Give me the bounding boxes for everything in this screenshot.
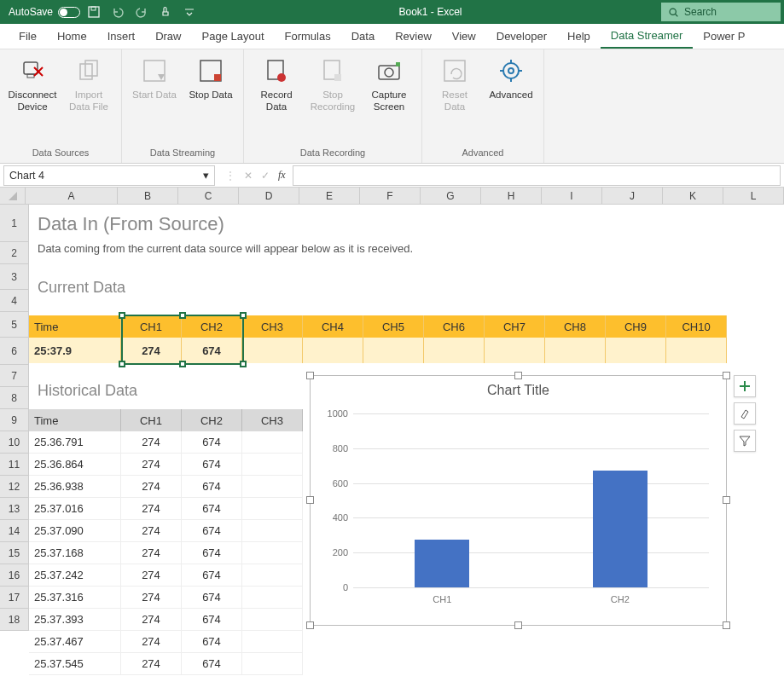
column-header-G[interactable]: G — [421, 188, 481, 204]
row-header-16[interactable]: 16 — [0, 564, 29, 587]
current-value-ch6[interactable] — [424, 338, 485, 363]
redo-icon[interactable] — [131, 2, 152, 22]
row-header-2[interactable]: 2 — [0, 242, 29, 264]
row-header-14[interactable]: 14 — [0, 520, 29, 542]
current-value-ch10[interactable] — [666, 338, 727, 363]
row-header-11[interactable]: 11 — [0, 454, 29, 476]
row-header-8[interactable]: 8 — [0, 387, 29, 409]
tab-power-p[interactable]: Power P — [693, 25, 755, 48]
undo-icon[interactable] — [107, 2, 128, 22]
history-time: 25.37.090 — [29, 520, 121, 542]
tab-page-layout[interactable]: Page Layout — [192, 25, 275, 48]
current-value-ch9[interactable] — [606, 338, 666, 363]
history-row[interactable]: 25.37.090274674 — [29, 520, 303, 542]
row-header-3[interactable]: 3 — [0, 264, 29, 290]
chart-title[interactable]: Chart Title — [311, 376, 726, 405]
history-row[interactable]: 25.36.938274674 — [29, 476, 303, 498]
current-value-ch8[interactable] — [545, 338, 606, 363]
row-header-7[interactable]: 7 — [0, 365, 29, 387]
section-subtitle: Data coming from the current data source… — [29, 242, 784, 255]
autosave-toggle[interactable]: AutoSave — [9, 6, 80, 18]
tab-data-streamer[interactable]: Data Streamer — [601, 24, 694, 49]
chart-styles-button[interactable] — [734, 402, 756, 425]
row-header-9[interactable]: 9 — [0, 409, 29, 431]
ribbon-group-label: Data Recording — [300, 146, 365, 161]
tab-file[interactable]: File — [9, 25, 47, 48]
current-value-ch4[interactable] — [303, 338, 363, 363]
current-time-value[interactable]: 25:37.9 — [29, 338, 121, 363]
history-header-time: Time — [29, 409, 121, 431]
ribbon-button-record-data[interactable]: Record Data — [249, 53, 304, 146]
history-row[interactable]: 25.37.467274674 — [29, 631, 303, 653]
tab-data[interactable]: Data — [341, 25, 385, 48]
select-all-corner[interactable] — [0, 188, 26, 204]
column-header-L[interactable]: L — [723, 188, 784, 204]
cancel-icon[interactable]: ✕ — [244, 170, 253, 182]
name-box[interactable]: Chart 4 ▾ — [3, 165, 215, 186]
ribbon-button-disconnect-device[interactable]: Disconnect Device — [5, 53, 60, 146]
tab-home[interactable]: Home — [47, 25, 97, 48]
chart-filters-button[interactable] — [734, 430, 756, 452]
ribbon-button-capture-screen[interactable]: Capture Screen — [362, 53, 416, 146]
row-header-12[interactable]: 12 — [0, 476, 29, 498]
history-row[interactable]: 25.37.393274674 — [29, 609, 303, 631]
history-row[interactable]: 25.37.242274674 — [29, 564, 303, 587]
history-row[interactable]: 25.37.168274674 — [29, 542, 303, 564]
chart-plot-area[interactable]: 02004006008001000CH1CH2 — [353, 413, 709, 587]
column-header-F[interactable]: F — [360, 188, 421, 204]
customize-qat-icon[interactable] — [179, 2, 200, 22]
save-icon[interactable] — [84, 2, 104, 22]
current-value-ch7[interactable] — [485, 338, 545, 363]
row-header-4[interactable]: 4 — [0, 290, 29, 312]
chart-bar-ch1[interactable] — [415, 540, 469, 587]
row-header-15[interactable]: 15 — [0, 542, 29, 564]
current-value-ch5[interactable] — [363, 338, 424, 363]
row-header-10[interactable]: 10 — [0, 431, 29, 454]
column-header-E[interactable]: E — [299, 188, 360, 204]
chart-bar-ch2[interactable] — [593, 471, 648, 587]
column-header-D[interactable]: D — [239, 188, 299, 204]
tab-view[interactable]: View — [442, 25, 486, 48]
tab-insert[interactable]: Insert — [97, 25, 146, 48]
tab-developer[interactable]: Developer — [486, 25, 557, 48]
row-header-1[interactable]: 1 — [0, 205, 29, 242]
touch-mode-icon[interactable] — [155, 2, 176, 22]
column-header-A[interactable]: A — [26, 188, 118, 204]
tab-formulas[interactable]: Formulas — [275, 25, 341, 48]
ribbon-button-stop-data[interactable]: Stop Data — [183, 53, 238, 146]
enter-icon[interactable]: ✓ — [261, 170, 270, 182]
column-header-K[interactable]: K — [663, 188, 723, 204]
column-header-I[interactable]: I — [542, 188, 602, 204]
row-header-17[interactable]: 17 — [0, 587, 29, 609]
tab-draw[interactable]: Draw — [145, 25, 191, 48]
history-row[interactable]: 25.36.864274674 — [29, 454, 303, 476]
column-header-H[interactable]: H — [481, 188, 542, 204]
formula-bar[interactable] — [293, 165, 781, 186]
history-time: 25.37.467 — [29, 631, 121, 653]
chart-elements-button[interactable] — [734, 375, 756, 397]
history-row[interactable]: 25.36.791274674 — [29, 431, 303, 454]
row-header-18[interactable]: 18 — [0, 609, 29, 631]
chart-gridline — [353, 483, 709, 484]
history-row[interactable]: 25.37.316274674 — [29, 587, 303, 609]
history-row[interactable]: 25.37.016274674 — [29, 498, 303, 520]
current-header-ch4: CH4 — [303, 315, 363, 338]
worksheet[interactable]: 123456789101112131415161718 Data In (Fro… — [0, 205, 784, 682]
column-header-J[interactable]: J — [602, 188, 663, 204]
row-header-5[interactable]: 5 — [0, 312, 29, 338]
fx-icon[interactable]: fx — [278, 169, 286, 182]
column-header-C[interactable]: C — [178, 188, 239, 204]
column-header-B[interactable]: B — [118, 188, 178, 204]
row-header-13[interactable]: 13 — [0, 498, 29, 520]
history-value-empty — [242, 564, 303, 587]
ribbon-button-advanced[interactable]: Advanced — [484, 53, 538, 146]
tab-review[interactable]: Review — [385, 25, 442, 48]
embedded-chart[interactable]: Chart Title 02004006008001000CH1CH2 — [310, 375, 727, 626]
history-row[interactable]: 25.37.545274674 — [29, 653, 303, 675]
history-header-ch2: CH2 — [182, 409, 242, 431]
row-header-6[interactable]: 6 — [0, 338, 29, 365]
search-box[interactable]: Search — [661, 3, 781, 21]
current-value-ch3[interactable] — [242, 338, 303, 363]
search-placeholder: Search — [684, 6, 717, 18]
tab-help[interactable]: Help — [557, 25, 601, 48]
